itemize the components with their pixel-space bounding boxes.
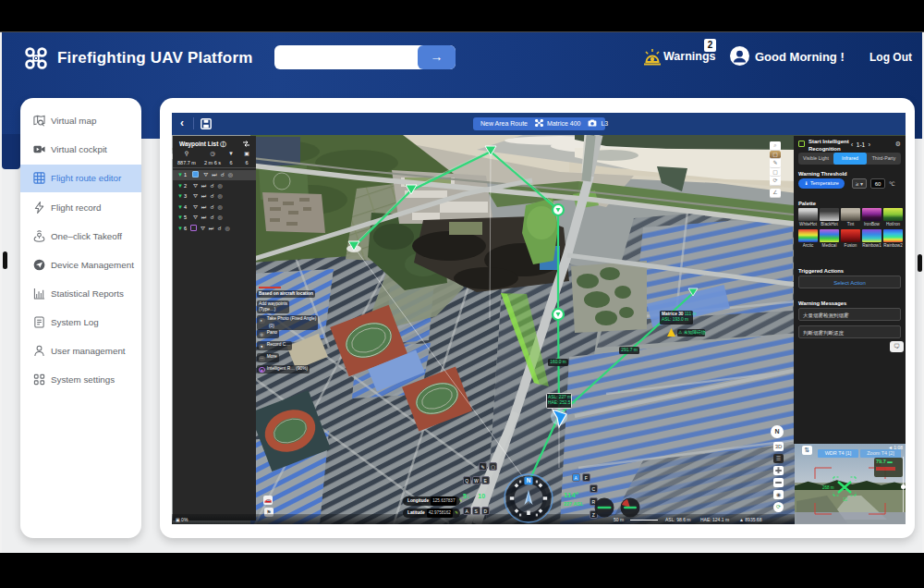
svg-text:268 m: 268 m	[822, 485, 834, 490]
svg-text:12: 12	[843, 497, 848, 502]
svg-text:N: N	[527, 477, 531, 484]
